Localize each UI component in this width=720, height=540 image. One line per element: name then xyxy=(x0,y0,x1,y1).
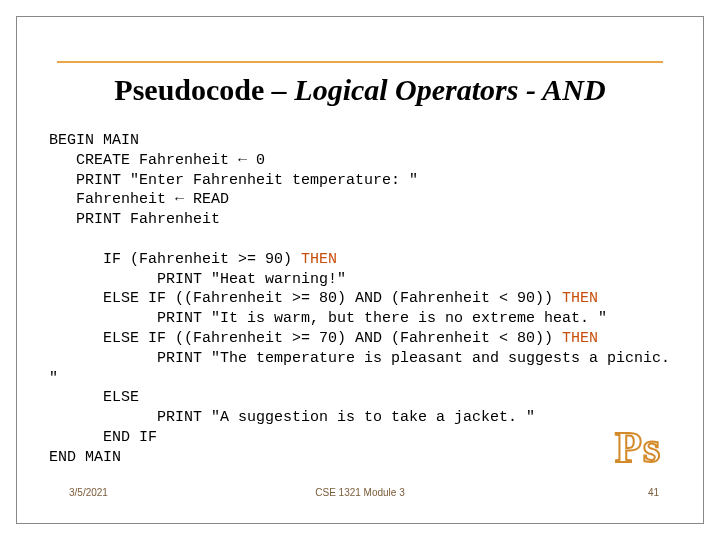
code-line: END IF xyxy=(49,429,157,446)
code-line: Fahrenheit ← READ xyxy=(49,191,229,208)
keyword-then: THEN xyxy=(301,251,337,268)
footer-center: CSE 1321 Module 3 xyxy=(17,487,703,498)
code-line: ELSE xyxy=(49,389,139,406)
pseudocode-block: BEGIN MAIN CREATE Fahrenheit ← 0 PRINT "… xyxy=(45,131,675,468)
keyword-then: THEN xyxy=(562,330,598,347)
code-line: ELSE IF ((Fahrenheit >= 70) AND (Fahrenh… xyxy=(49,330,562,347)
slide-content: Pseudocode – Logical Operators - AND BEG… xyxy=(45,37,675,493)
code-line: BEGIN MAIN xyxy=(49,132,139,149)
code-line: CREATE Fahrenheit ← 0 xyxy=(49,152,265,169)
footer-page-number: 41 xyxy=(648,487,659,498)
slide-frame: Pseudocode – Logical Operators - AND BEG… xyxy=(16,16,704,524)
code-line: PRINT Fahrenheit xyxy=(49,211,220,228)
code-line: PRINT "It is warm, but there is no extre… xyxy=(49,310,607,327)
code-line: PRINT "Enter Fahrenheit temperature: " xyxy=(49,172,418,189)
code-line: PRINT "Heat warning!" xyxy=(49,271,346,288)
keyword-then: THEN xyxy=(562,290,598,307)
code-line: END MAIN xyxy=(49,449,121,466)
title-italic: – Logical Operators - AND xyxy=(272,73,606,106)
ps-badge: Ps xyxy=(615,422,661,473)
code-line: PRINT "A suggestion is to take a jacket.… xyxy=(49,409,535,426)
code-line: PRINT "The temperature is pleasant and s… xyxy=(49,350,679,387)
code-line: ELSE IF ((Fahrenheit >= 80) AND (Fahrenh… xyxy=(49,290,562,307)
code-line: IF (Fahrenheit >= 90) xyxy=(49,251,301,268)
slide-title: Pseudocode – Logical Operators - AND xyxy=(45,73,675,107)
title-prefix: Pseudocode xyxy=(114,73,272,106)
